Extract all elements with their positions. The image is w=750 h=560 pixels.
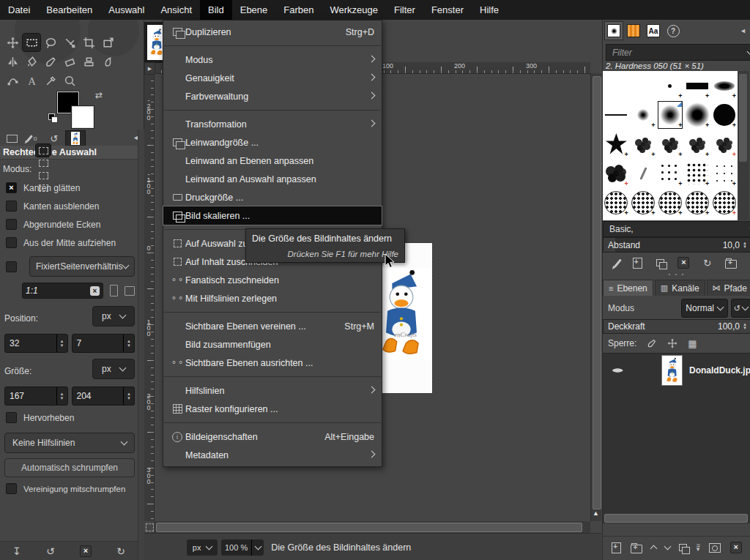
brush-cell[interactable] [630,159,657,188]
lock-position-icon[interactable] [667,338,677,348]
brush-cell[interactable] [603,71,630,100]
canvas-menu-button[interactable]: ▶ [144,62,155,75]
checkbox-kanten-ausblenden[interactable] [6,201,17,212]
add-layer-mask-icon[interactable] [709,543,721,553]
menu-item-hilfslinien[interactable]: Hilfslinien [163,381,382,400]
lock-pixels-icon[interactable] [647,338,657,348]
scissors-select-tool[interactable] [61,34,78,51]
move-tool[interactable] [4,34,21,51]
menubar-item-auswahl[interactable]: Auswahl [100,0,152,20]
tab-tool-options[interactable] [2,131,21,146]
layer-mode-dropdown[interactable]: Normal [681,299,728,318]
horizontal-scrollbar-thumb[interactable] [156,523,582,532]
new-layer-group-icon[interactable] [631,545,642,553]
selection-mode-subtract[interactable] [36,169,51,182]
spinner-icon[interactable]: ▲▼ [743,323,747,330]
zoom-dropdown[interactable]: 100 % [221,540,264,556]
lock-alpha-icon[interactable]: ▦ [688,338,697,349]
clone-tool[interactable] [80,53,97,70]
quick-mask-toggle[interactable] [146,523,154,531]
brush-cell[interactable]: + [710,71,738,100]
layer-opacity-slider[interactable]: Deckkraft 100,0 ▲▼ [603,319,750,334]
tab-image-thumbnail[interactable] [66,131,85,146]
tab-brushes[interactable] [605,22,623,40]
spinner-icon[interactable]: ▲▼ [123,335,134,352]
menu-item-mit-hilfslinien-zerlegen[interactable]: ⚬⚬Mit Hilfslinien zerlegen [163,289,382,307]
fixed-ratio-dropdown[interactable]: Fixiert Seitenverhältnis [29,256,135,277]
menu-item-sichtbare-ebenen-vereinen[interactable]: Sichtbare Ebenen vereinen ...Strg+M [163,317,382,335]
menu-item-raster-konfigurieren[interactable]: Raster konfigurieren ... [163,400,382,418]
brush-cell[interactable]: + [683,130,710,159]
paintbrush-tool[interactable] [42,53,59,70]
text-tool[interactable] [23,72,40,89]
menu-item-fanatisch-zuschneiden[interactable]: ⚬⚬Fanatisch zuschneiden [163,271,382,289]
size-height-field[interactable]: 204 ▲▼ [72,387,135,406]
clear-icon[interactable]: × [90,286,100,296]
menu-item-duplizieren[interactable]: DuplizierenStrg+D [163,23,382,41]
menu-item-sichtbare-ebenen-ausrichten[interactable]: ⚬⚬Sichtbare Ebenen ausrichten ... [163,354,382,372]
menu-item-leinwand-an-auswahl-anpassen[interactable]: Leinwand an Auswahl anpassen [163,170,382,188]
paths-tool[interactable] [4,72,21,89]
brush-cell[interactable]: + [657,100,684,130]
portrait-icon[interactable] [110,285,118,296]
selection-mode-add[interactable] [36,157,51,169]
menu-item-leinwand-an-ebenen-anpassen[interactable]: Leinwand an Ebenen anpassen [163,152,382,170]
brush-spacing-slider[interactable]: Abstand 10,0 ▲▼ [603,237,750,253]
brush-group-dropdown[interactable]: Basic, [603,221,750,237]
crop-tool[interactable] [80,34,97,51]
shrink-merged-checkbox[interactable] [6,483,17,494]
menu-item-farbverwaltung[interactable]: Farbverwaltung [163,87,382,105]
highlight-checkbox[interactable] [6,412,17,423]
default-colors-icon[interactable] [48,113,56,121]
brush-cell[interactable]: + [710,130,738,159]
layer-list-scrollbar[interactable] [603,512,750,523]
menu-item-metadaten[interactable]: Metadaten [163,446,382,464]
layer-row[interactable]: DonaldDuck.jp [603,354,750,387]
brush-cell[interactable]: + [657,71,684,100]
brush-cell[interactable]: + [710,159,738,188]
tab-undo-history[interactable]: ↺ [45,131,64,146]
menubar-item-ebene[interactable]: Ebene [232,0,276,20]
delete-tool-preset-icon[interactable]: × [80,545,92,557]
menu-item-transformation[interactable]: Transformation [163,115,382,133]
menubar-item-hilfe[interactable]: Hilfe [472,0,507,20]
brush-cell[interactable]: + [603,130,630,159]
brush-cell[interactable]: + [683,188,710,217]
menubar-item-bearbeiten[interactable]: Bearbeiten [38,0,100,20]
fixed-checkbox[interactable] [6,261,17,272]
menubar-item-ansicht[interactable]: Ansicht [152,0,200,20]
brush-cell[interactable]: + [683,217,710,220]
menubar-item-bild[interactable]: Bild [200,0,232,20]
position-x-field[interactable]: 32 ▲▼ [4,334,68,353]
merge-down-icon[interactable]: ≡▾ [697,544,700,551]
selection-mode-replace[interactable] [36,144,51,157]
layer-thumbnail[interactable] [662,356,682,385]
menu-item-genauigkeit[interactable]: Genauigkeit [163,69,382,87]
brush-cell[interactable]: + [710,188,738,217]
flip-tool[interactable] [4,53,21,70]
refresh-brushes-icon[interactable]: ↻ [703,258,711,269]
vertical-ruler[interactable]: -200-1000100200300400 [144,73,155,521]
brush-cell[interactable]: + [603,188,630,217]
layer-mode-options-button[interactable]: ↺ [731,299,750,318]
menubar-item-farben[interactable]: Farben [275,0,322,20]
eraser-tool[interactable] [61,53,78,70]
open-brush-as-image-icon[interactable] [725,260,737,269]
auto-shrink-button[interactable]: Automatisch schrumpfen [4,458,135,477]
horizontal-scrollbar[interactable] [154,521,590,533]
collapse-dock-icon[interactable]: ◄ [740,27,746,34]
scroll-arrow-icon[interactable]: ▲ [593,509,599,517]
checkbox-kanten-gl-tten[interactable]: × [6,182,17,193]
background-color-swatch[interactable] [72,106,94,128]
menu-item-bild-skalieren[interactable]: Bild skalieren ... [163,206,382,225]
tab-fonts[interactable]: Aa [645,22,662,40]
tab-device-status[interactable]: o [23,131,42,146]
spinner-icon[interactable]: ▲▼ [743,242,747,249]
vertical-scrollbar-thumb[interactable] [593,76,601,509]
brush-filter-input[interactable]: Filter [606,44,750,61]
brush-cell[interactable] [657,217,684,220]
checkbox-aus-der-mitte-aufziehen[interactable] [6,237,17,248]
size-unit-dropdown[interactable]: px [92,359,135,379]
brush-grid-scrollbar[interactable] [738,71,749,220]
tab-patterns[interactable] [625,22,642,40]
